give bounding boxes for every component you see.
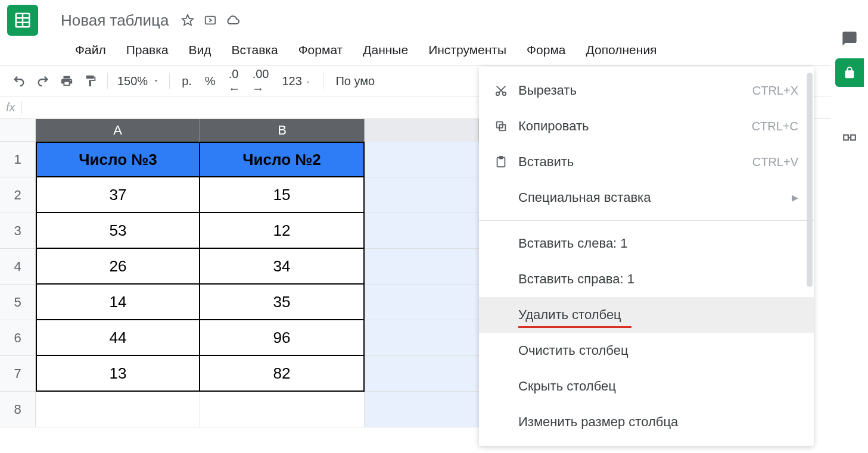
row-header-7[interactable]: 7 (0, 356, 36, 392)
cell-A7[interactable]: 13 (36, 356, 200, 392)
menu-file[interactable]: Файл (66, 39, 116, 61)
col-header-B[interactable]: B (200, 119, 365, 142)
cell-B4[interactable]: 34 (200, 249, 365, 285)
select-all-corner[interactable] (0, 119, 36, 142)
star-icon[interactable] (181, 13, 195, 27)
col-header-C[interactable] (365, 119, 479, 142)
share-button[interactable] (835, 58, 864, 87)
cell-C3[interactable] (365, 213, 479, 249)
menu-view[interactable]: Вид (179, 39, 221, 61)
redo-button[interactable] (32, 70, 54, 92)
side-panel-toggle[interactable] (837, 125, 862, 150)
cell-C8[interactable] (365, 392, 479, 427)
ctx-paste[interactable]: Вставить CTRL+V (479, 144, 814, 180)
col-header-A[interactable]: A (36, 119, 200, 142)
ctx-separator (479, 220, 814, 221)
svg-marker-4 (182, 15, 193, 25)
paint-format-button[interactable] (80, 70, 101, 92)
context-menu: Вырезать CTRL+X Копировать CTRL+C Встави… (479, 67, 814, 446)
title-bar: Новая таблица (0, 0, 868, 36)
ctx-resize-column[interactable]: Изменить размер столбца (479, 404, 814, 440)
row-header-3[interactable]: 3 (0, 213, 36, 249)
currency-button[interactable]: р. (176, 74, 198, 88)
cell-A5[interactable]: 14 (36, 285, 200, 320)
sheets-logo[interactable] (7, 5, 38, 36)
chevron-right-icon: ▸ (792, 190, 798, 205)
cell-B8[interactable] (200, 392, 365, 427)
cell-B6[interactable]: 96 (200, 320, 365, 356)
menu-addons[interactable]: Дополнения (577, 39, 667, 61)
number-format-button[interactable]: 123 (276, 74, 317, 88)
ctx-cut[interactable]: Вырезать CTRL+X (479, 73, 814, 108)
ctx-delete-column[interactable]: Удалить столбец (479, 297, 814, 333)
copy-icon (494, 120, 518, 133)
fx-icon: fx (6, 101, 22, 114)
ctx-paste-special[interactable]: Специальная вставка ▸ (479, 180, 814, 215)
move-icon[interactable] (203, 13, 217, 27)
ctx-clear-column[interactable]: Очистить столбец (479, 333, 814, 368)
highlight-underline (518, 326, 631, 328)
row-header-4[interactable]: 4 (0, 249, 36, 285)
menu-form[interactable]: Форма (517, 39, 575, 61)
cut-icon (494, 84, 518, 97)
svg-rect-14 (844, 135, 848, 140)
cell-B1[interactable]: Число №2 (200, 142, 365, 177)
cell-A3[interactable]: 53 (36, 213, 200, 249)
menu-insert[interactable]: Вставка (222, 39, 288, 61)
decrease-decimal-button[interactable]: .0 (223, 67, 245, 95)
cell-B2[interactable]: 15 (200, 177, 365, 213)
ctx-copy[interactable]: Копировать CTRL+C (479, 108, 814, 144)
row-header-5[interactable]: 5 (0, 285, 36, 320)
cell-A4[interactable]: 26 (36, 249, 200, 285)
cell-A1[interactable]: Число №3 (36, 142, 200, 177)
cloud-icon[interactable] (226, 13, 240, 27)
menu-edit[interactable]: Правка (117, 39, 178, 61)
print-button[interactable] (56, 70, 77, 92)
ctx-insert-left[interactable]: Вставить слева: 1 (479, 226, 814, 261)
menu-bar: Файл Правка Вид Вставка Формат Данные Ин… (0, 36, 868, 65)
cell-C4[interactable] (365, 249, 479, 285)
cell-C5[interactable] (365, 285, 479, 320)
comments-button[interactable] (837, 26, 862, 51)
doc-title[interactable]: Новая таблица (57, 10, 172, 31)
cell-A2[interactable]: 37 (36, 177, 200, 213)
ctx-insert-right[interactable]: Вставить справа: 1 (479, 261, 814, 297)
cell-C2[interactable] (365, 177, 479, 213)
percent-button[interactable]: % (199, 74, 222, 88)
font-select[interactable]: По умо (329, 74, 381, 88)
cell-A8[interactable] (36, 392, 200, 427)
right-side-panel (831, 0, 868, 453)
cell-A6[interactable]: 44 (36, 320, 200, 356)
cell-C1[interactable] (365, 142, 479, 177)
ctx-hide-column[interactable]: Скрыть столбец (479, 368, 814, 404)
increase-decimal-button[interactable]: .00 (247, 67, 275, 95)
svg-rect-13 (499, 157, 503, 159)
menu-format[interactable]: Формат (289, 39, 353, 61)
menu-tools[interactable]: Инструменты (419, 39, 516, 61)
svg-rect-15 (851, 135, 855, 140)
undo-button[interactable] (8, 70, 30, 92)
row-header-1[interactable]: 1 (0, 142, 36, 177)
cell-C7[interactable] (365, 356, 479, 392)
cell-C6[interactable] (365, 320, 479, 356)
paste-icon (494, 155, 518, 168)
cell-B5[interactable]: 35 (200, 285, 365, 320)
cell-B3[interactable]: 12 (200, 213, 365, 249)
zoom-select[interactable]: 150% (114, 74, 163, 88)
row-header-6[interactable]: 6 (0, 320, 36, 356)
menu-data[interactable]: Данные (353, 39, 418, 61)
cell-B7[interactable]: 82 (200, 356, 365, 392)
row-header-2[interactable]: 2 (0, 177, 36, 213)
row-header-8[interactable]: 8 (0, 392, 36, 427)
svg-rect-5 (206, 17, 216, 24)
